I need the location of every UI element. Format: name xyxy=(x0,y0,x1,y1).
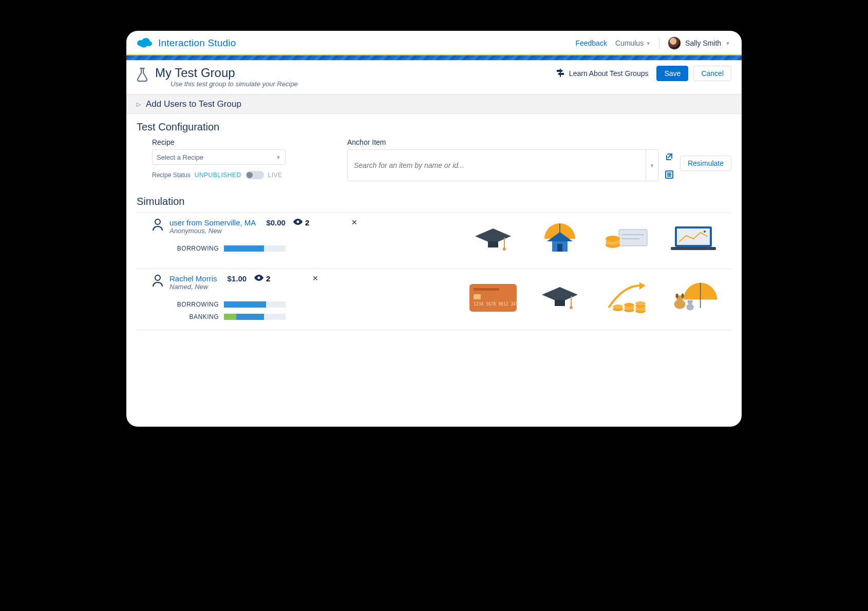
bar-segment xyxy=(224,245,264,252)
svg-rect-30 xyxy=(671,247,716,250)
status-unpublished: UNPUBLISHED xyxy=(195,171,241,179)
svg-point-3 xyxy=(140,42,147,48)
global-header: Interaction Studio Feedback Cumulus ▼ Sa… xyxy=(126,31,742,55)
anchor-search-input[interactable] xyxy=(348,150,646,181)
config-row: Recipe Select a Recipe ▼ Recipe Status U… xyxy=(137,138,731,181)
cancel-button[interactable]: Cancel xyxy=(693,66,731,81)
org-name: Cumulus xyxy=(615,39,644,47)
user-meta: Rachel Morris Named, New xyxy=(169,274,217,291)
view-count-value: 2 xyxy=(305,218,309,227)
bar-row: BANKING xyxy=(167,313,393,320)
user-icon xyxy=(137,274,163,290)
user-subtitle: Anonymous, New xyxy=(169,227,256,235)
status-toggle[interactable] xyxy=(246,171,264,179)
anchor-input-wrap: ▼ xyxy=(347,149,658,181)
bar-row: BORROWING xyxy=(167,301,393,308)
page-subtitle: Use this test group to simulate your Rec… xyxy=(171,80,298,88)
view-count: 2 xyxy=(293,218,309,227)
flask-icon xyxy=(136,66,149,88)
user-name-link[interactable]: Rachel Morris xyxy=(169,274,217,283)
bar xyxy=(224,301,286,308)
svg-rect-21 xyxy=(619,230,647,246)
svg-point-12 xyxy=(296,221,299,223)
rec-coins-check xyxy=(601,218,652,259)
user-subtitle: Named, New xyxy=(169,283,217,291)
eye-icon xyxy=(254,274,264,283)
svg-marker-6 xyxy=(558,73,564,75)
simulation-row-left: Rachel Morris Named, New $1.00 2 xyxy=(137,274,393,320)
app-frame: Interaction Studio Feedback Cumulus ▼ Sa… xyxy=(126,31,742,427)
bar xyxy=(224,245,286,252)
page-title-text: My Test Group xyxy=(155,66,298,80)
affinity-bars: BORROWING BANKING xyxy=(137,301,393,320)
anchor-label: Anchor Item xyxy=(347,138,731,146)
chevron-right-icon: ▷ xyxy=(137,101,141,108)
salesforce-cloud-icon xyxy=(136,36,153,50)
anchor-icons xyxy=(665,149,674,181)
recipe-column: Recipe Select a Recipe ▼ Recipe Status U… xyxy=(137,138,332,179)
svg-point-40 xyxy=(570,306,573,309)
remove-user-button[interactable]: ✕ xyxy=(351,218,357,226)
user-name-link[interactable]: user from Somerville, MA xyxy=(169,218,256,227)
rec-home-umbrella xyxy=(534,218,586,259)
chevron-down-icon: ▼ xyxy=(650,163,655,168)
simulation-title: Simulation xyxy=(137,196,731,207)
bar-segment xyxy=(224,314,236,320)
add-users-toggle[interactable]: ▷ Add Users to Test Group xyxy=(126,94,742,114)
user-icon xyxy=(137,218,163,234)
user-menu[interactable]: Sally Smith ▼ xyxy=(668,36,730,50)
rec-graduation-cap xyxy=(467,218,519,259)
user-amount: $1.00 xyxy=(228,274,247,283)
signpost-icon xyxy=(556,68,565,80)
simulation-row-left: user from Somerville, MA Anonymous, New … xyxy=(137,218,393,259)
bar-segment xyxy=(236,314,264,320)
list-icon[interactable] xyxy=(665,170,674,181)
recipe-label: Recipe xyxy=(137,138,332,146)
bar-segment xyxy=(224,301,266,308)
anchor-column: Anchor Item ▼ xyxy=(347,138,731,181)
bar-label: BORROWING xyxy=(167,301,219,308)
resimulate-button[interactable]: Resimulate xyxy=(680,156,731,171)
feedback-link[interactable]: Feedback xyxy=(575,39,607,47)
rec-credit-card: 1234 5678 9012 3456 xyxy=(467,277,519,318)
chevron-down-icon: ▼ xyxy=(725,41,730,46)
rec-growth-coins xyxy=(601,277,652,318)
user-values: $1.00 2 xyxy=(228,274,271,283)
org-switcher[interactable]: Cumulus ▼ xyxy=(615,39,651,47)
recipe-select[interactable]: Select a Recipe ▼ xyxy=(152,149,286,165)
remove-user-button[interactable]: ✕ xyxy=(312,274,318,282)
learn-about-link[interactable]: Learn About Test Groups xyxy=(556,68,649,80)
svg-point-29 xyxy=(704,231,706,233)
eye-icon xyxy=(293,218,303,227)
svg-point-26 xyxy=(606,236,620,242)
filler xyxy=(126,334,742,427)
rec-pet-umbrella xyxy=(668,277,719,318)
svg-marker-41 xyxy=(639,282,646,290)
resimulate-wrap: Resimulate xyxy=(680,149,731,171)
learn-label: Learn About Test Groups xyxy=(569,69,649,78)
user-amount: $0.00 xyxy=(266,218,286,227)
rec-laptop-chart xyxy=(668,218,719,259)
simulation-row: user from Somerville, MA Anonymous, New … xyxy=(137,213,731,269)
svg-point-46 xyxy=(624,303,634,307)
status-live: LIVE xyxy=(268,171,282,179)
simulation-row: Rachel Morris Named, New $1.00 2 xyxy=(137,269,731,330)
rec-graduation-cap xyxy=(534,277,586,318)
svg-point-55 xyxy=(681,294,684,298)
anchor-wrap: ▼ Resimulate xyxy=(347,149,731,181)
chevron-down-icon: ▼ xyxy=(646,41,651,46)
anchor-dropdown-toggle[interactable]: ▼ xyxy=(646,150,658,181)
affinity-bars: BORROWING xyxy=(137,245,393,252)
view-count: 2 xyxy=(254,274,270,283)
global-header-right: Feedback Cumulus ▼ Sally Smith ▼ xyxy=(575,36,730,50)
save-button[interactable]: Save xyxy=(656,66,688,81)
bar-row: BORROWING xyxy=(167,245,393,252)
svg-rect-20 xyxy=(557,244,562,252)
svg-marker-5 xyxy=(557,70,563,72)
open-external-icon[interactable] xyxy=(665,152,674,164)
recommendations: 1234 5678 9012 3456 xyxy=(404,274,724,320)
test-configuration-section: Test Configuration Recipe Select a Recip… xyxy=(126,114,742,185)
product-name: Interaction Studio xyxy=(158,37,236,49)
recipe-placeholder: Select a Recipe xyxy=(157,154,203,161)
svg-point-50 xyxy=(635,301,646,306)
